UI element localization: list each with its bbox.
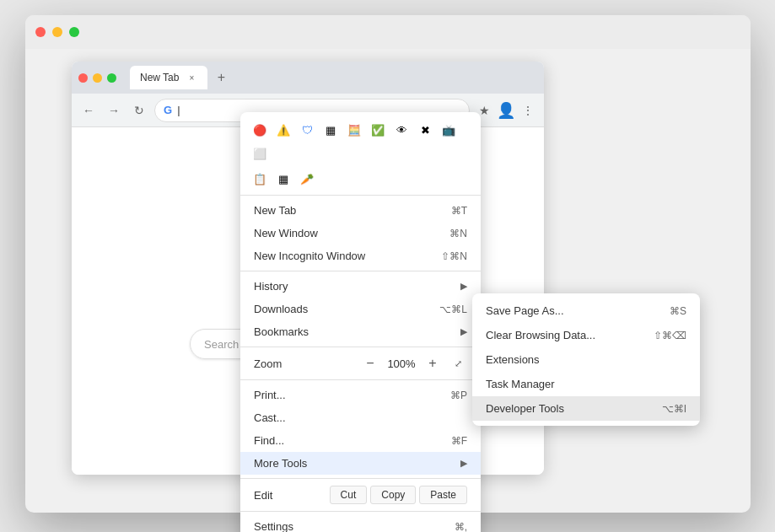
copy-button[interactable]: Copy	[370, 486, 416, 504]
menu-item-downloads[interactable]: Downloads ⌥⌘L	[240, 298, 481, 320]
ext-icon-5[interactable]: 🧮	[345, 121, 363, 139]
ext-icon-6[interactable]: ✅	[369, 121, 387, 139]
ext-icon-8[interactable]: ✖	[416, 121, 434, 139]
back-button[interactable]: ←	[78, 100, 99, 121]
menu-item-history[interactable]: History ▶	[240, 275, 481, 298]
paste-button[interactable]: Paste	[419, 486, 467, 504]
zoom-expand-button[interactable]: ⤢	[449, 354, 467, 373]
google-favicon: G	[164, 104, 172, 116]
menu-item-print[interactable]: Print... ⌘P	[240, 384, 481, 406]
menu-item-new-window[interactable]: New Window ⌘N	[240, 222, 481, 245]
menu-item-cast[interactable]: Cast...	[240, 406, 481, 429]
browser-maximize-button[interactable]	[107, 73, 116, 83]
extensions-row-1: 🔴 ⚠️ 🛡 ▦ 🧮 ✅ 👁 ✖ 📺 ⬜	[240, 117, 481, 166]
submenu-item-clear-browsing[interactable]: Clear Browsing Data... ⇧⌘⌫	[472, 323, 700, 347]
menu-icon[interactable]: ⋮	[519, 101, 537, 120]
menu-item-find[interactable]: Find... ⌘F	[240, 429, 481, 452]
menu-item-more-tools[interactable]: More Tools ▶	[240, 452, 481, 475]
zoom-value: 100%	[386, 357, 417, 370]
divider-6	[240, 511, 481, 512]
tab-new-tab[interactable]: New Tab ×	[130, 66, 207, 89]
ext-icon-12[interactable]: ▦	[274, 169, 293, 188]
tab-close-button[interactable]: ×	[186, 72, 197, 83]
outer-minimize-button[interactable]	[52, 27, 62, 37]
new-tab-button[interactable]: +	[211, 67, 231, 88]
divider-4	[240, 379, 481, 380]
submenu-item-save-page[interactable]: Save Page As... ⌘S	[472, 298, 700, 323]
extensions-row-2: 📋 ▦ 🥕	[240, 166, 481, 191]
divider-5	[240, 478, 481, 479]
zoom-minus-button[interactable]: −	[361, 354, 379, 373]
menu-item-new-tab[interactable]: New Tab ⌘T	[240, 199, 481, 222]
tab-title: New Tab	[140, 72, 179, 83]
ext-icon-7[interactable]: 👁	[392, 121, 411, 139]
ext-icon-13[interactable]: 🥕	[298, 169, 316, 188]
browser-titlebar: New Tab × +	[72, 62, 544, 94]
outer-maximize-button[interactable]	[69, 27, 79, 37]
outer-window: New Tab × + ← → ↻ G | ★ 👤 ⋮ Go	[25, 15, 751, 513]
ext-icon-4[interactable]: ▦	[321, 121, 340, 139]
zoom-row: Zoom − 100% + ⤢	[240, 351, 481, 376]
ext-icon-3[interactable]: 🛡	[298, 121, 316, 139]
divider-2	[240, 271, 481, 271]
more-tools-submenu: Save Page As... ⌘S Clear Browsing Data..…	[472, 293, 700, 426]
browser-minimize-button[interactable]	[93, 73, 102, 83]
menu-item-bookmarks[interactable]: Bookmarks ▶	[240, 320, 481, 343]
tab-bar: New Tab × +	[130, 66, 231, 89]
submenu-item-extensions[interactable]: Extensions	[472, 347, 700, 372]
divider-3	[240, 347, 481, 347]
ext-icon-10[interactable]: ⬜	[250, 144, 269, 163]
divider-1	[240, 195, 481, 196]
refresh-button[interactable]: ↻	[129, 100, 149, 121]
forward-button[interactable]: →	[104, 100, 124, 121]
ext-icon-2[interactable]: ⚠️	[274, 121, 293, 139]
browser-close-button[interactable]	[78, 73, 88, 83]
menu-item-settings[interactable]: Settings ⌘,	[240, 515, 481, 532]
outer-titlebar	[25, 15, 751, 49]
profile-icon[interactable]: 👤	[497, 101, 515, 120]
menu-item-incognito[interactable]: New Incognito Window ⇧⌘N	[240, 245, 481, 267]
cut-button[interactable]: Cut	[330, 486, 368, 504]
zoom-plus-button[interactable]: +	[423, 354, 442, 373]
cursor-indicator: |	[177, 104, 180, 116]
ext-icon-1[interactable]: 🔴	[250, 121, 269, 139]
edit-row: Edit Cut Copy Paste	[240, 482, 481, 508]
ext-icon-11[interactable]: 📋	[250, 169, 269, 188]
chrome-menu: 🔴 ⚠️ 🛡 ▦ 🧮 ✅ 👁 ✖ 📺 ⬜ 📋 ▦ 🥕 New Tab ⌘T Ne…	[240, 112, 481, 532]
submenu-item-developer-tools[interactable]: Developer Tools ⌥⌘I	[472, 396, 700, 421]
ext-icon-9[interactable]: 📺	[439, 121, 458, 139]
submenu-item-task-manager[interactable]: Task Manager	[472, 372, 700, 396]
outer-close-button[interactable]	[35, 27, 46, 37]
toolbar-right: ★ 👤 ⋮	[475, 101, 537, 120]
